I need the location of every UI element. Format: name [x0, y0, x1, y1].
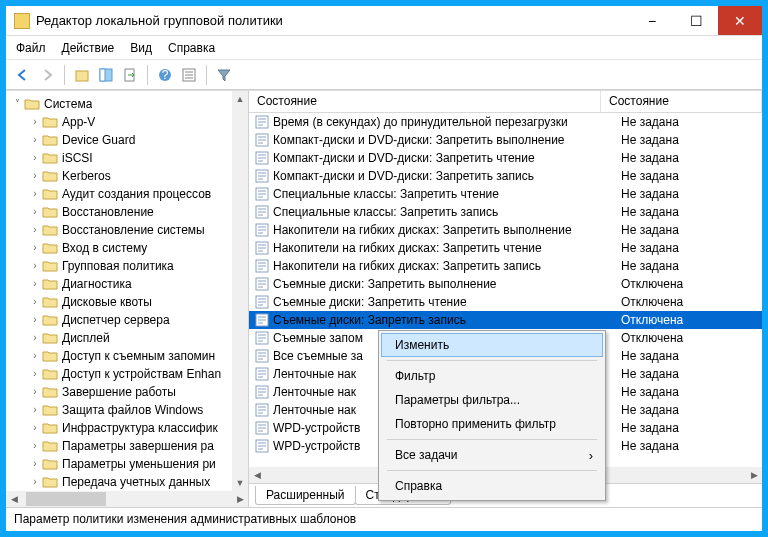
expand-icon[interactable]: › — [28, 257, 42, 275]
scroll-right-icon[interactable]: ▶ — [232, 491, 248, 507]
list-item[interactable]: Специальные классы: Запретить записьНе з… — [249, 203, 762, 221]
folder-icon — [42, 241, 58, 255]
tree-scrollbar-vertical[interactable]: ▲ ▼ — [232, 91, 248, 491]
expand-icon[interactable]: › — [28, 239, 42, 257]
tree-item[interactable]: ›Дисковые квоты — [6, 293, 248, 311]
tree-item[interactable]: ›Доступ к устройствам Enhan — [6, 365, 248, 383]
policy-icon — [255, 241, 269, 255]
ctx-filter[interactable]: Фильтр — [381, 364, 603, 388]
export-button[interactable] — [119, 64, 141, 86]
expand-icon[interactable]: › — [28, 293, 42, 311]
scroll-right-icon[interactable]: ▶ — [746, 467, 762, 483]
list-item[interactable]: Съемные диски: Запретить выполнениеОтклю… — [249, 275, 762, 293]
tree-item[interactable]: ›Инфраструктура классифик — [6, 419, 248, 437]
expand-icon[interactable]: › — [28, 167, 42, 185]
help-button[interactable]: ? — [154, 64, 176, 86]
expand-icon[interactable]: › — [28, 131, 42, 149]
expand-icon[interactable]: › — [28, 401, 42, 419]
tree-item[interactable]: ›Доступ к съемным запомин — [6, 347, 248, 365]
expand-icon[interactable]: › — [28, 437, 42, 455]
maximize-button[interactable]: ☐ — [674, 6, 718, 35]
policy-name: Ленточные нак — [273, 403, 356, 417]
expand-icon[interactable]: › — [28, 473, 42, 491]
properties-button[interactable] — [178, 64, 200, 86]
expand-icon[interactable]: › — [28, 185, 42, 203]
up-button[interactable] — [71, 64, 93, 86]
scroll-thumb[interactable] — [26, 492, 106, 506]
list-item[interactable]: Компакт-диски и DVD-диски: Запретить чте… — [249, 149, 762, 167]
expand-icon[interactable]: › — [28, 113, 42, 131]
tree-item-label: Диспетчер сервера — [62, 311, 170, 329]
tree-item[interactable]: ›Дисплей — [6, 329, 248, 347]
filter-button[interactable] — [213, 64, 235, 86]
tree-item[interactable]: ›Восстановление системы — [6, 221, 248, 239]
tree-item[interactable]: ›Device Guard — [6, 131, 248, 149]
tree-item[interactable]: ›Защита файлов Windows — [6, 401, 248, 419]
tree-item[interactable]: ›Параметры уменьшения ри — [6, 455, 248, 473]
list-item[interactable]: Время (в секундах) до принудительной пер… — [249, 113, 762, 131]
list-item[interactable]: Накопители на гибких дисках: Запретить ч… — [249, 239, 762, 257]
tree-item[interactable]: ›Аудит создания процессов — [6, 185, 248, 203]
expand-icon[interactable]: › — [28, 383, 42, 401]
column-header-2[interactable]: Состояние — [601, 91, 762, 112]
scroll-down-icon[interactable]: ▼ — [232, 475, 248, 491]
expand-icon[interactable]: › — [28, 365, 42, 383]
show-hide-button[interactable] — [95, 64, 117, 86]
ctx-help[interactable]: Справка — [381, 474, 603, 498]
folder-icon — [42, 439, 58, 453]
tree-root[interactable]: ˅ Система — [6, 95, 248, 113]
expand-icon[interactable]: › — [28, 203, 42, 221]
tree-item[interactable]: ›Групповая политика — [6, 257, 248, 275]
menu-help[interactable]: Справка — [168, 41, 215, 55]
scroll-up-icon[interactable]: ▲ — [232, 91, 248, 107]
back-button[interactable] — [12, 64, 34, 86]
policy-icon — [255, 403, 269, 417]
list-item[interactable]: Компакт-диски и DVD-диски: Запретить зап… — [249, 167, 762, 185]
column-header-1[interactable]: Состояние — [249, 91, 601, 112]
folder-icon — [42, 133, 58, 147]
ctx-edit[interactable]: Изменить — [381, 333, 603, 357]
forward-button[interactable] — [36, 64, 58, 86]
ctx-filter-params[interactable]: Параметры фильтра... — [381, 388, 603, 412]
tree-item[interactable]: ›Диагностика — [6, 275, 248, 293]
minimize-button[interactable]: − — [630, 6, 674, 35]
scroll-left-icon[interactable]: ◀ — [6, 491, 22, 507]
scroll-left-icon[interactable]: ◀ — [249, 467, 265, 483]
expand-icon[interactable]: › — [28, 419, 42, 437]
tab-extended[interactable]: Расширенный — [255, 486, 356, 505]
menu-file[interactable]: Файл — [16, 41, 46, 55]
policy-state: Отключена — [601, 295, 762, 309]
policy-state: Отключена — [601, 331, 762, 345]
expand-icon[interactable]: › — [28, 275, 42, 293]
close-button[interactable]: ✕ — [718, 6, 762, 35]
expand-icon[interactable]: › — [28, 455, 42, 473]
expand-icon[interactable]: › — [28, 329, 42, 347]
menu-view[interactable]: Вид — [130, 41, 152, 55]
policy-icon — [255, 115, 269, 129]
expand-icon[interactable]: › — [28, 311, 42, 329]
tree-item[interactable]: ›Восстановление — [6, 203, 248, 221]
list-item[interactable]: Компакт-диски и DVD-диски: Запретить вып… — [249, 131, 762, 149]
list-item[interactable]: Съемные диски: Запретить чтениеОтключена — [249, 293, 762, 311]
expand-icon[interactable]: › — [28, 347, 42, 365]
list-item[interactable]: Съемные диски: Запретить записьОтключена — [249, 311, 762, 329]
tree-item[interactable]: ›Передача учетных данных — [6, 473, 248, 491]
tree-item[interactable]: ›Параметры завершения ра — [6, 437, 248, 455]
collapse-icon[interactable]: ˅ — [10, 95, 24, 113]
tree-scrollbar-horizontal[interactable]: ◀ ▶ — [6, 491, 248, 507]
list-item[interactable]: Накопители на гибких дисках: Запретить з… — [249, 257, 762, 275]
list-item[interactable]: Специальные классы: Запретить чтениеНе з… — [249, 185, 762, 203]
list-item[interactable]: Накопители на гибких дисках: Запретить в… — [249, 221, 762, 239]
tree-item[interactable]: ›Вход в систему — [6, 239, 248, 257]
expand-icon[interactable]: › — [28, 149, 42, 167]
tree-item[interactable]: ›Завершение работы — [6, 383, 248, 401]
tree-item[interactable]: ›iSCSI — [6, 149, 248, 167]
folder-icon — [42, 475, 58, 489]
menu-action[interactable]: Действие — [62, 41, 115, 55]
tree-item-label: Вход в систему — [62, 239, 147, 257]
tree-item[interactable]: ›Kerberos — [6, 167, 248, 185]
expand-icon[interactable]: › — [28, 221, 42, 239]
ctx-all-tasks[interactable]: Все задачи — [381, 443, 603, 467]
tree-item[interactable]: ›Диспетчер сервера — [6, 311, 248, 329]
tree-item[interactable]: ›App-V — [6, 113, 248, 131]
